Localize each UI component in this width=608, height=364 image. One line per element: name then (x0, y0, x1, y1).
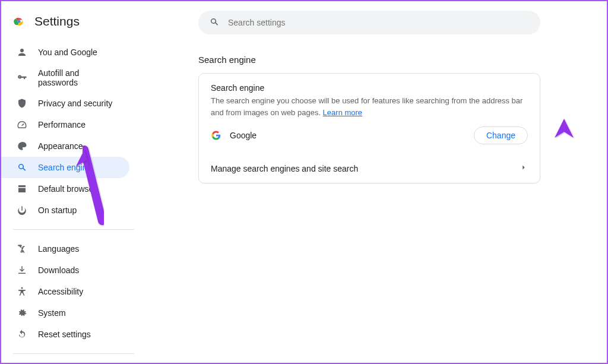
accessibility-icon (17, 286, 27, 297)
nav-divider (13, 229, 134, 230)
sidebar-item-label: Languages (38, 244, 79, 254)
sidebar-item-label: Search engine (38, 163, 91, 172)
sidebar-item-label: Default browser (38, 184, 96, 194)
nav-list-footer: Extensions About Chrome (1, 359, 144, 363)
sidebar-item-extensions[interactable]: Extensions (1, 362, 129, 363)
learn-more-link[interactable]: Learn more (323, 108, 362, 117)
section-title: Search engine (198, 55, 540, 65)
nav-list-secondary: Languages Downloads Accessibility System… (1, 235, 144, 349)
sidebar-item-autofill[interactable]: Autofill and passwords (1, 63, 129, 93)
chrome-logo-icon (13, 15, 25, 27)
person-icon (17, 47, 27, 58)
sidebar: Settings You and Google Autofill and pas… (1, 1, 144, 363)
sidebar-item-privacy[interactable]: Privacy and security (1, 93, 129, 114)
sidebar-item-you-and-google[interactable]: You and Google (1, 42, 129, 63)
sidebar-item-label: System (38, 308, 66, 318)
chevron-right-icon (520, 163, 528, 173)
sidebar-item-label: Accessibility (38, 287, 83, 296)
search-icon (209, 17, 220, 29)
sidebar-item-label: You and Google (38, 48, 97, 57)
page-title: Settings (34, 14, 80, 29)
sidebar-item-label: Appearance (38, 141, 83, 151)
sidebar-item-label: Reset settings (38, 330, 91, 339)
manage-label: Manage search engines and site search (211, 164, 358, 173)
manage-search-engines-row[interactable]: Manage search engines and site search (199, 154, 540, 183)
speedometer-icon (17, 119, 27, 130)
search-engine-card: Search engine The search engine you choo… (198, 73, 540, 183)
shield-icon (17, 98, 27, 109)
system-icon (17, 308, 27, 318)
card-desc-text: The search engine you choose will be use… (211, 96, 522, 117)
nav-list-main: You and Google Autofill and passwords Pr… (1, 38, 144, 224)
sidebar-item-on-startup[interactable]: On startup (1, 200, 129, 221)
sidebar-header: Settings (1, 10, 144, 38)
sidebar-item-system[interactable]: System (1, 302, 129, 324)
current-engine-label: Google (230, 131, 256, 140)
sidebar-item-label: Downloads (38, 265, 79, 275)
sidebar-item-default-browser[interactable]: Default browser (1, 178, 129, 200)
sidebar-item-accessibility[interactable]: Accessibility (1, 281, 129, 302)
reset-icon (17, 329, 27, 340)
nav-divider (13, 353, 134, 354)
main-content: Search engine Search engine The search e… (144, 1, 607, 363)
card-description: The search engine you choose will be use… (211, 95, 528, 118)
search-icon (17, 162, 27, 173)
key-icon (17, 72, 27, 83)
sidebar-item-label: Performance (38, 120, 86, 129)
change-button[interactable]: Change (474, 126, 528, 144)
card-title: Search engine (211, 83, 528, 93)
sidebar-item-label: Privacy and security (38, 99, 112, 108)
power-icon (17, 205, 27, 216)
sidebar-item-appearance[interactable]: Appearance (1, 135, 129, 157)
browser-icon (17, 183, 27, 194)
google-icon (211, 130, 221, 141)
sidebar-item-label: Autofill and passwords (38, 68, 118, 87)
search-input[interactable] (228, 18, 530, 27)
search-bar[interactable] (198, 11, 540, 34)
sidebar-item-search-engine[interactable]: Search engine (1, 157, 129, 178)
sidebar-item-languages[interactable]: Languages (1, 238, 129, 259)
sidebar-item-label: On startup (38, 205, 77, 215)
palette-icon (17, 141, 27, 151)
download-icon (17, 265, 27, 276)
sidebar-item-performance[interactable]: Performance (1, 114, 129, 135)
sidebar-item-downloads[interactable]: Downloads (1, 259, 129, 281)
sidebar-item-reset[interactable]: Reset settings (1, 324, 129, 345)
translate-icon (17, 243, 27, 254)
